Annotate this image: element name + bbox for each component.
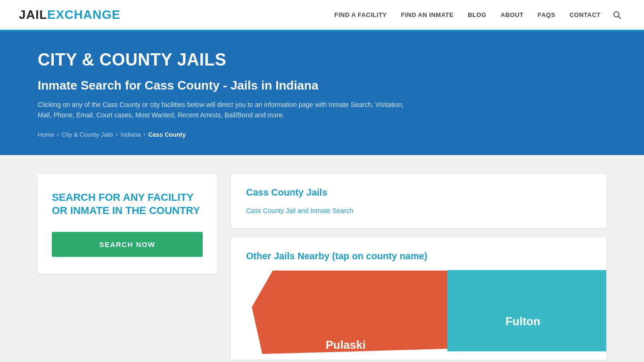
search-panel: SEARCH FOR ANY FACILITY OR INMATE IN THE… bbox=[38, 174, 217, 274]
header: JAILEXCHANGE FIND A FACILITY FIND AN INM… bbox=[0, 0, 644, 31]
right-panel: Cass County Jails Cass County Jail and I… bbox=[231, 174, 606, 360]
breadcrumb-sep-1: › bbox=[57, 131, 59, 138]
breadcrumb-city-county[interactable]: City & County Jails bbox=[62, 131, 113, 138]
search-icon[interactable] bbox=[609, 11, 625, 19]
nav-blog[interactable]: BLOG bbox=[462, 0, 492, 31]
hero-banner: CITY & COUNTY JAILS Inmate Search for Ca… bbox=[0, 31, 644, 155]
pulaski-label: Pulaski bbox=[326, 338, 366, 351]
nav-find-inmate[interactable]: FIND AN INMATE bbox=[396, 0, 460, 31]
svg-line-1 bbox=[619, 16, 621, 18]
nav-about[interactable]: ABOUT bbox=[495, 0, 529, 31]
map-visual: Pulaski Fulton bbox=[231, 270, 606, 360]
map-card-title: Other Jails Nearby (tap on county name) bbox=[246, 251, 591, 262]
logo-exchange: EXCHANGE bbox=[47, 8, 120, 22]
search-now-button[interactable]: SEARCH NOW bbox=[52, 232, 203, 257]
hero-subtitle: Inmate Search for Cass County - Jails in… bbox=[38, 78, 606, 93]
main-content: SEARCH FOR ANY FACILITY OR INMATE IN THE… bbox=[0, 155, 644, 362]
breadcrumb: Home › City & County Jails › Indiana › C… bbox=[38, 131, 606, 138]
jails-card: Cass County Jails Cass County Jail and I… bbox=[231, 174, 606, 228]
logo[interactable]: JAILEXCHANGE bbox=[19, 8, 121, 22]
nav-find-facility[interactable]: FIND A FACILITY bbox=[329, 0, 392, 31]
breadcrumb-home[interactable]: Home bbox=[38, 131, 54, 138]
hero-description: Clicking on any of the Cass County or ci… bbox=[38, 99, 405, 121]
breadcrumb-county: Cass County bbox=[148, 131, 185, 138]
fulton-region[interactable] bbox=[447, 270, 606, 351]
breadcrumb-sep-2: › bbox=[116, 131, 118, 138]
nav-faqs[interactable]: FAQs bbox=[532, 0, 561, 31]
nearby-jails-card: Other Jails Nearby (tap on county name) … bbox=[231, 238, 606, 360]
nav: FIND A FACILITY FIND AN INMATE BLOG ABOU… bbox=[329, 0, 625, 31]
jails-card-link[interactable]: Cass County Jail and Inmate Search bbox=[246, 207, 353, 214]
fulton-label: Fulton bbox=[505, 315, 540, 328]
breadcrumb-state[interactable]: Indiana bbox=[121, 131, 141, 138]
jails-card-title: Cass County Jails bbox=[246, 187, 591, 198]
breadcrumb-sep-3: › bbox=[143, 131, 145, 138]
nav-contact[interactable]: CONTACT bbox=[564, 0, 606, 31]
search-prompt-text: SEARCH FOR ANY FACILITY OR INMATE IN THE… bbox=[52, 191, 203, 218]
page-title: CITY & COUNTY JAILS bbox=[38, 50, 606, 70]
logo-jail: JAIL bbox=[19, 8, 47, 22]
